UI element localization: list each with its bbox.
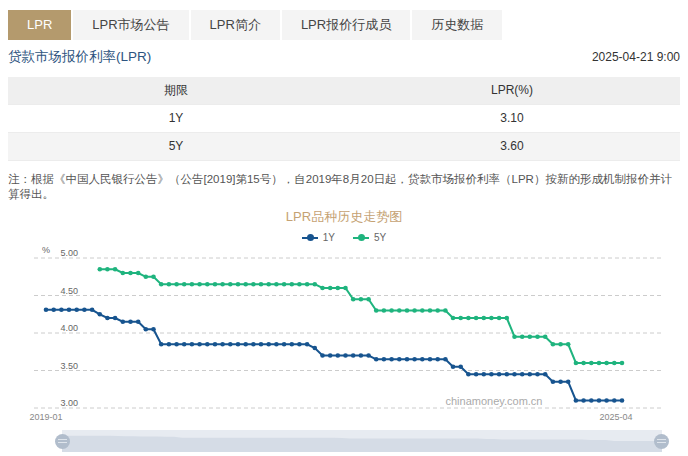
tab-lpr[interactable]: LPR — [8, 10, 71, 40]
lpr-rate-table: 期限 LPR(%) 1Y 3.10 5Y 3.60 — [8, 77, 680, 161]
tab-lpr-market-notice[interactable]: LPR市场公告 — [73, 10, 188, 40]
footnote: 注：根据《中国人民银行公告》（公告[2019]第15号），自2019年8月20日… — [8, 172, 680, 202]
column-header-term: 期限 — [8, 77, 344, 104]
svg-text:chinamoney.com.cn: chinamoney.com.cn — [445, 395, 542, 407]
rate-1y-cell: 3.10 — [344, 105, 680, 132]
tab-lpr-quoting-banks[interactable]: LPR报价行成员 — [282, 10, 410, 40]
lpr-page: LPR LPR市场公告 LPR简介 LPR报价行成员 历史数据 贷款市场报价利率… — [0, 0, 688, 456]
term-5y-cell: 5Y — [8, 133, 344, 160]
report-datetime: 2025-04-21 9:00 — [592, 50, 680, 64]
svg-text:3.00: 3.00 — [60, 398, 78, 408]
datazoom-right-handle-icon[interactable] — [654, 434, 669, 449]
svg-text:4.00: 4.00 — [60, 323, 78, 333]
tab-historical-data[interactable]: 历史数据 — [412, 10, 502, 40]
svg-text:2019-01: 2019-01 — [29, 412, 62, 422]
lpr-trend-chart: 5.004.504.003.503.00%chinamoney.com.cn20… — [0, 240, 688, 426]
datazoom-slider[interactable] — [62, 430, 662, 452]
page-title: 贷款市场报价利率(LPR) — [8, 48, 151, 66]
svg-text:2025-04: 2025-04 — [599, 412, 632, 422]
table-row: 5Y 3.60 — [8, 133, 680, 161]
chart-title: LPR品种历史走势图 — [0, 208, 688, 226]
term-1y-cell: 1Y — [8, 105, 344, 132]
tab-lpr-intro[interactable]: LPR简介 — [191, 10, 280, 40]
svg-text:5.00: 5.00 — [60, 248, 78, 258]
svg-text:%: % — [42, 245, 50, 255]
svg-text:4.50: 4.50 — [60, 286, 78, 296]
datazoom-left-handle-icon[interactable] — [55, 434, 70, 449]
table-row: 1Y 3.10 — [8, 105, 680, 133]
table-header-row: 期限 LPR(%) — [8, 77, 680, 105]
section-header: 贷款市场报价利率(LPR) 2025-04-21 9:00 — [8, 46, 680, 68]
tab-bar: LPR LPR市场公告 LPR简介 LPR报价行成员 历史数据 — [8, 10, 504, 40]
svg-text:3.50: 3.50 — [60, 361, 78, 371]
datazoom-silhouette — [62, 430, 662, 452]
rate-5y-cell: 3.60 — [344, 133, 680, 160]
column-header-rate: LPR(%) — [344, 77, 680, 104]
